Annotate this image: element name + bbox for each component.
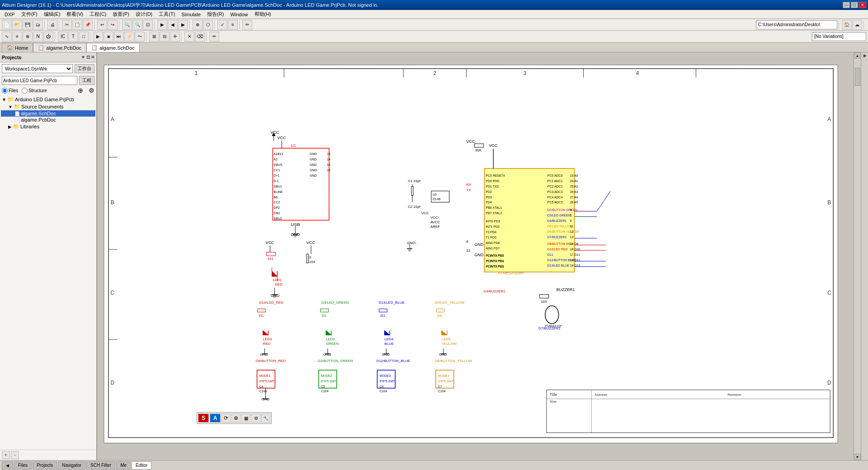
tb2-x-btn[interactable]: ✕: [184, 32, 194, 42]
menu-simulate[interactable]: Simulate: [179, 11, 203, 18]
tb-print-btn[interactable]: 🖨: [47, 20, 57, 30]
bottom-tab-navigator[interactable]: ◀: [2, 461, 13, 470]
scroll-down-btn[interactable]: ▼: [854, 454, 861, 460]
tb2-move-btn[interactable]: ✛: [170, 32, 180, 42]
tree-pcb-doc[interactable]: 📄 algame.PcbDoc: [1, 117, 95, 123]
tb-paste-btn[interactable]: 📌: [83, 20, 93, 30]
tree-source-docs[interactable]: ▼ 📁 Source Documents: [1, 103, 95, 110]
tab-schdoc[interactable]: 📋 algame.SchDoc: [86, 43, 140, 52]
tb-copy-btn[interactable]: 📋: [72, 20, 82, 30]
files-radio-label[interactable]: Files: [2, 87, 18, 94]
settings-btn[interactable]: ⚙: [89, 87, 94, 94]
project-button[interactable]: 工程: [79, 76, 94, 85]
tb2-stop-btn[interactable]: ■: [104, 32, 113, 42]
tb2-oscope-btn[interactable]: 〜: [135, 32, 145, 42]
tb-new-btn[interactable]: 📄: [2, 20, 12, 30]
panel-menu-btn[interactable]: ▼: [81, 55, 85, 60]
workspace-button[interactable]: 工作台: [75, 64, 94, 73]
bottom-tab-me[interactable]: Me: [116, 461, 131, 470]
tb2-netlabel-btn[interactable]: N: [33, 32, 43, 42]
tb-zoom-in-btn[interactable]: 🔍: [122, 20, 132, 30]
maximize-button[interactable]: □: [851, 2, 858, 8]
tree-project-root[interactable]: ▼ 📁 Arduino LED Game.PrjPcb: [1, 96, 95, 103]
panel-tb-add-btn[interactable]: +: [2, 451, 10, 459]
menu-project[interactable]: 工程(C): [87, 10, 109, 18]
scroll-thumb[interactable]: [855, 68, 860, 86]
project-input[interactable]: [2, 76, 77, 85]
ime-s-btn[interactable]: S: [198, 414, 209, 423]
tb2-align-btn[interactable]: ⊞: [149, 32, 159, 42]
tb-drc-btn[interactable]: ✓: [217, 20, 227, 30]
tab-home[interactable]: 🏠 Home: [2, 43, 33, 52]
tb2-step-btn[interactable]: ⏭: [114, 32, 124, 42]
tb-undo-btn[interactable]: ↩: [97, 20, 107, 30]
tb2-rect-btn[interactable]: □: [79, 32, 89, 42]
tb2-junction-btn[interactable]: ⊕: [23, 32, 33, 42]
ime-grid-btn[interactable]: ▦: [241, 414, 250, 423]
tb2-power-btn[interactable]: ⏻: [43, 32, 53, 42]
tb-netlist-btn[interactable]: ≡: [228, 20, 238, 30]
tb-save-all-btn[interactable]: 🗂: [33, 20, 43, 30]
tb2-eraser2-btn[interactable]: ⌫: [195, 32, 205, 42]
menu-dxp[interactable]: DXP: [2, 11, 18, 18]
tb-cloud-btn[interactable]: ☁: [852, 20, 862, 30]
tb2-pencil-btn[interactable]: ✏: [209, 32, 219, 42]
close-button[interactable]: ✕: [859, 2, 866, 8]
structure-radio-label[interactable]: Structure: [22, 87, 47, 94]
tb2-wire-btn[interactable]: ∿: [2, 32, 12, 42]
ime-a-btn[interactable]: A: [210, 414, 221, 423]
tb2-run-btn[interactable]: ▶: [93, 32, 103, 42]
menu-place[interactable]: 放置(P): [110, 10, 132, 18]
files-radio[interactable]: [2, 88, 8, 94]
tb-home-btn[interactable]: 🏠: [842, 20, 852, 30]
tb2-bus-btn[interactable]: ≡: [12, 32, 22, 42]
menu-tools[interactable]: 工具(T): [156, 10, 178, 18]
panel-tb-remove-btn[interactable]: -: [11, 451, 19, 459]
add-component-btn[interactable]: ⊕: [78, 87, 83, 94]
scroll-up-btn[interactable]: ▲: [854, 52, 861, 59]
schematic-canvas-area[interactable]: 1 2 3 4 A B C D A B C D: [97, 52, 854, 460]
structure-radio[interactable]: [22, 88, 28, 94]
tb-highlight-btn[interactable]: ⬡: [203, 20, 213, 30]
tb-cut-btn[interactable]: ✂: [62, 20, 72, 30]
tb-fit-btn[interactable]: ⊡: [143, 20, 153, 30]
tb-zoom-out-btn[interactable]: 🔍: [132, 20, 142, 30]
tb-nav-next-btn[interactable]: ▶: [178, 20, 188, 30]
ime-curve-btn[interactable]: ⟳: [222, 414, 231, 423]
bottom-tab-editor[interactable]: Editor: [132, 461, 151, 470]
ime-tool-btn[interactable]: 🔧: [261, 414, 270, 423]
tb-open-btn[interactable]: 📂: [12, 20, 22, 30]
ime-wrench-btn[interactable]: ⚙: [251, 414, 260, 423]
tb2-arrange-btn[interactable]: ⊟: [160, 32, 170, 42]
workspace-dropdown[interactable]: Workspace1.DsnWrk: [2, 64, 73, 73]
minimize-button[interactable]: ─: [843, 2, 850, 8]
menu-help[interactable]: 帮助(H): [252, 10, 274, 18]
menu-view[interactable]: 察看(V): [64, 10, 86, 18]
panel-close-btn[interactable]: ✕: [91, 55, 94, 60]
menu-design[interactable]: 设计(D): [133, 10, 155, 18]
variations-input[interactable]: [812, 32, 866, 41]
tree-sch-doc[interactable]: 📄 algame.SchDoc: [1, 110, 95, 117]
scroll-track[interactable]: [854, 59, 861, 454]
tb-eraser-btn[interactable]: ✏: [242, 20, 252, 30]
tb2-comp-btn[interactable]: IC: [58, 32, 68, 42]
bottom-tab-schfilter[interactable]: SCH Filter: [86, 461, 115, 470]
menu-file[interactable]: 文件(F): [19, 10, 40, 18]
bottom-tab-projects[interactable]: Projects: [33, 461, 57, 470]
menu-report[interactable]: 报告(R): [204, 10, 226, 18]
path-input[interactable]: [756, 20, 837, 29]
bottom-tab-navigator2[interactable]: Navigator: [58, 461, 85, 470]
ime-circle-btn[interactable]: ⊕: [231, 414, 241, 423]
bottom-tab-files[interactable]: Files: [14, 461, 32, 470]
panel-float-btn[interactable]: ⊡: [86, 55, 90, 60]
menu-window[interactable]: Window: [227, 11, 250, 18]
right-panel-toggle[interactable]: ▶: [863, 53, 867, 58]
tb-save-btn[interactable]: 💾: [23, 20, 33, 30]
tb-cross-probe-btn[interactable]: ⊕: [193, 20, 203, 30]
tb2-text-btn[interactable]: T: [68, 32, 78, 42]
tb-redo-btn[interactable]: ↪: [108, 20, 118, 30]
tb2-probe-btn[interactable]: ⚡: [124, 32, 134, 42]
menu-edit[interactable]: 编辑(E): [41, 10, 63, 18]
tb-nav-prev-btn[interactable]: ◀: [168, 20, 178, 30]
tb-compile-btn[interactable]: ▶: [157, 20, 167, 30]
